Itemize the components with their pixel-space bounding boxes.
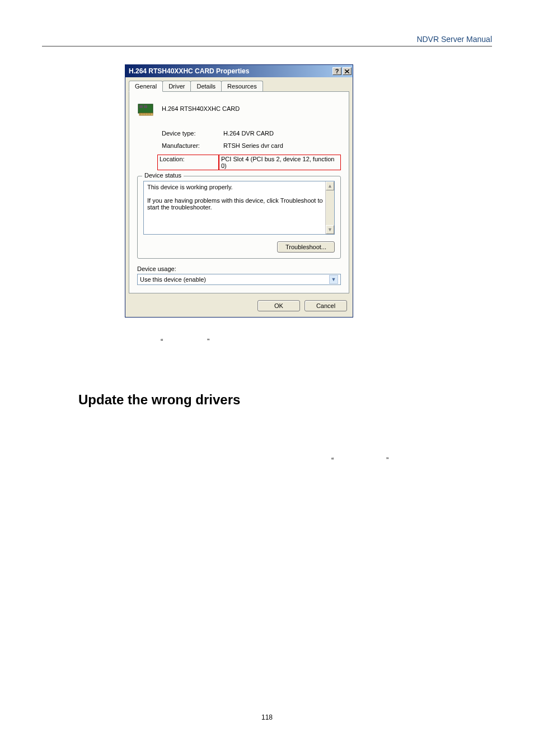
device-usage-select[interactable]: Use this device (enable) ▼ xyxy=(137,274,341,285)
ok-button[interactable]: OK xyxy=(257,300,300,311)
manufacturer-label: Manufacturer: xyxy=(162,142,223,149)
header-divider xyxy=(42,46,492,46)
tab-resources[interactable]: Resources xyxy=(221,81,263,91)
chevron-down-icon: ▼ xyxy=(329,275,338,284)
row-location: Location: PCI Slot 4 (PCI bus 2, device … xyxy=(160,155,341,170)
dialog-button-row: OK Cancel xyxy=(125,297,353,317)
device-usage-value: Use this device (enable) xyxy=(140,276,206,283)
quote-open-1: “ xyxy=(161,337,163,346)
device-header: H.264 RTSH40XXHC CARD xyxy=(137,100,341,118)
manufacturer-value: RTSH Series dvr card xyxy=(223,142,283,149)
status-line-1: This device is working properly. xyxy=(147,184,331,190)
svg-rect-2 xyxy=(144,105,147,108)
quote-close-1: ” xyxy=(207,337,209,346)
page-number: 118 xyxy=(0,713,534,721)
device-status-fieldset: Device status This device is working pro… xyxy=(137,176,341,259)
device-type-label: Device type: xyxy=(162,130,223,137)
location-label: Location: xyxy=(157,155,219,170)
scrollbar[interactable]: ▲ ▼ xyxy=(325,181,334,234)
header-manual-link: NDVR Server Manual xyxy=(416,35,492,44)
troubleshoot-button[interactable]: Troubleshoot... xyxy=(277,241,335,253)
svg-rect-1 xyxy=(139,105,143,108)
tabpanel-general: H.264 RTSH40XXHC CARD Device type: H.264… xyxy=(129,91,349,293)
tab-general[interactable]: General xyxy=(129,81,163,92)
quote-open-2: “ xyxy=(331,456,334,464)
tabs-row: General Driver Details Resources xyxy=(125,77,353,91)
troubleshoot-row: Troubleshoot... xyxy=(143,241,335,253)
device-status-legend: Device status xyxy=(142,172,184,179)
quote-close-2: ” xyxy=(386,456,388,464)
device-type-value: H.264 DVR CARD xyxy=(223,130,274,137)
tab-driver[interactable]: Driver xyxy=(162,81,191,91)
scroll-up-icon: ▲ xyxy=(326,181,334,190)
titlebar-controls: ? xyxy=(332,67,352,75)
scroll-down-icon: ▼ xyxy=(326,225,334,234)
device-usage-label: Device usage: xyxy=(137,265,341,272)
location-value: PCI Slot 4 (PCI bus 2, device 12, functi… xyxy=(219,155,341,170)
device-title: H.264 RTSH40XXHC CARD xyxy=(162,105,240,112)
titlebar-text: H.264 RTSH40XXHC CARD Properties xyxy=(129,67,332,75)
close-button[interactable] xyxy=(343,67,352,75)
row-manufacturer: Manufacturer: RTSH Series dvr card xyxy=(162,142,341,149)
card-icon xyxy=(137,100,155,118)
device-status-textbox: This device is working properly. If you … xyxy=(143,181,335,235)
properties-dialog: H.264 RTSH40XXHC CARD Properties ? Gener… xyxy=(125,64,353,318)
titlebar: H.264 RTSH40XXHC CARD Properties ? xyxy=(125,65,353,77)
help-button[interactable]: ? xyxy=(332,67,341,75)
status-line-2: If you are having problems with this dev… xyxy=(147,197,331,211)
cancel-button[interactable]: Cancel xyxy=(305,300,347,311)
row-device-type: Device type: H.264 DVR CARD xyxy=(162,130,341,137)
tab-details[interactable]: Details xyxy=(190,81,222,91)
close-icon xyxy=(345,69,349,73)
section-heading: Update the wrong drivers xyxy=(78,392,240,408)
